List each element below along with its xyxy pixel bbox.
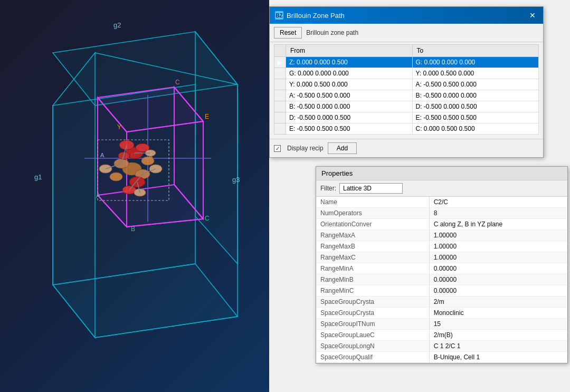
props-table-container: NameC2/CNumOperators8OrientationConverC … <box>316 197 567 363</box>
props-table-row: RangeMaxB1.00000 <box>316 241 567 252</box>
prop-value-cell: Monoclinic <box>429 308 567 319</box>
prop-value-cell: C 1 2/C 1 <box>429 341 567 352</box>
prop-value-cell: 0.00000 <box>429 263 567 274</box>
bzp-toolbar-description: Brillouin zone path <box>306 29 358 36</box>
props-titlebar: Properties <box>316 167 567 180</box>
props-table: NameC2/CNumOperators8OrientationConverC … <box>316 197 567 363</box>
bzp-toolbar: Reset Brillouin zone path <box>270 24 543 42</box>
bzp-table-body: ▶Z: 0.000 0.000 0.500G: 0.000 0.000 0.00… <box>274 57 539 135</box>
bzp-table-row[interactable]: Y: 0.000 0.500 0.000A: -0.500 0.500 0.00… <box>274 79 539 90</box>
props-table-row: SpaceGroupLongNC 1 2/C 1 <box>316 341 567 352</box>
prop-name-cell: RangeMaxC <box>316 252 429 263</box>
props-table-row: SpaceGroupCrystaMonoclinic <box>316 308 567 319</box>
props-table-row: SpaceGroupQualifB-Unique, Cell 1 <box>316 352 567 363</box>
row-to-cell: A: -0.500 0.500 0.000 <box>412 79 539 90</box>
props-filter-label: Filter: <box>320 185 336 192</box>
col-to-header: To <box>412 45 539 57</box>
prop-value-cell: 1.00000 <box>429 230 567 241</box>
prop-value-cell: C along Z, B in YZ plane <box>429 219 567 230</box>
prop-name-cell: SpaceGroupLongN <box>316 341 429 352</box>
row-to-cell: G: 0.000 0.000 0.000 <box>412 57 539 68</box>
row-from-cell: Z: 0.000 0.000 0.500 <box>286 57 413 68</box>
bzp-table-row[interactable]: A: -0.500 0.500 0.000B: -0.500 0.000 0.0… <box>274 90 539 101</box>
prop-name-cell: SpaceGroupITNum <box>316 319 429 330</box>
3d-viewport[interactable]: g2 g1 g3 C Y E A C B A Z O A <box>0 0 269 392</box>
svg-point-32 <box>110 173 122 181</box>
bzp-close-button[interactable]: ✕ <box>527 10 538 21</box>
col-from-header: From <box>286 45 413 57</box>
row-from-cell: D: -0.500 0.000 0.500 <box>286 112 413 123</box>
bzp-reset-button[interactable]: Reset <box>274 27 302 39</box>
bzp-dialog: BZ Brillouin Zone Path ✕ Reset Brillouin… <box>269 6 544 158</box>
svg-point-33 <box>141 157 154 165</box>
prop-value-cell: B-Unique, Cell 1 <box>429 352 567 363</box>
bzp-titlebar: BZ Brillouin Zone Path ✕ <box>270 7 543 24</box>
display-recip-checkbox[interactable]: ✓ <box>274 145 281 152</box>
props-table-row: NameC2/C <box>316 197 567 208</box>
props-dialog: Properties Filter: NameC2/CNumOperators8… <box>316 166 568 364</box>
scene-svg: g2 g1 g3 C Y E A C B A Z O A <box>0 0 269 392</box>
bzp-table: From To ▶Z: 0.000 0.000 0.500G: 0.000 0.… <box>274 44 539 135</box>
bzp-table-container: From To ▶Z: 0.000 0.000 0.500G: 0.000 0.… <box>270 42 543 139</box>
row-arrow-cell: ▶ <box>274 57 286 68</box>
row-arrow-cell <box>274 123 286 135</box>
svg-text:C: C <box>175 79 180 86</box>
bzp-table-row[interactable]: G: 0.000 0.000 0.000Y: 0.000 0.500 0.000 <box>274 68 539 79</box>
row-from-cell: Y: 0.000 0.500 0.000 <box>286 79 413 90</box>
props-table-body: NameC2/CNumOperators8OrientationConverC … <box>316 197 567 363</box>
prop-name-cell: SpaceGroupCrysta <box>316 308 429 319</box>
prop-name-cell: RangeMinA <box>316 263 429 274</box>
row-arrow-cell <box>274 112 286 123</box>
bzp-table-row[interactable]: E: -0.500 0.500 0.500C: 0.000 0.500 0.50… <box>274 123 539 135</box>
bzp-icon: BZ <box>275 11 283 20</box>
prop-value-cell: 0.00000 <box>429 285 567 297</box>
bzp-table-row[interactable]: ▶Z: 0.000 0.000 0.500G: 0.000 0.000 0.00… <box>274 57 539 68</box>
bzp-table-row[interactable]: B: -0.500 0.000 0.000D: -0.500 0.000 0.5… <box>274 101 539 112</box>
svg-text:A: A <box>100 152 104 158</box>
prop-name-cell: OrientationConver <box>316 219 429 230</box>
bzp-table-header: From To <box>274 45 539 57</box>
prop-value-cell: 0.00000 <box>429 274 567 285</box>
svg-text:C: C <box>205 215 210 222</box>
bzp-title: Brillouin Zone Path <box>287 12 345 20</box>
svg-text:g1: g1 <box>34 173 42 181</box>
svg-text:A: A <box>96 192 100 199</box>
bzp-footer: ✓ Display recip Add <box>270 139 543 157</box>
props-table-row: OrientationConverC along Z, B in YZ plan… <box>316 219 567 230</box>
row-from-cell: B: -0.500 0.000 0.000 <box>286 101 413 112</box>
prop-name-cell: RangeMinB <box>316 274 429 285</box>
prop-name-cell: SpaceGroupCrysta <box>316 297 429 308</box>
bzp-add-button[interactable]: Add <box>328 142 357 154</box>
row-from-cell: A: -0.500 0.500 0.000 <box>286 90 413 101</box>
prop-name-cell: SpaceGroupLaueC <box>316 330 429 341</box>
prop-value-cell: 2/m(B) <box>429 330 567 341</box>
props-filter-row: Filter: <box>316 180 567 197</box>
prop-name-cell: NumOperators <box>316 208 429 219</box>
props-title: Properties <box>321 169 353 177</box>
row-arrow-cell <box>274 101 286 112</box>
prop-name-cell: RangeMinC <box>316 285 429 297</box>
prop-name-cell: SpaceGroupQualif <box>316 352 429 363</box>
row-from-cell: G: 0.000 0.000 0.000 <box>286 68 413 79</box>
svg-text:Y: Y <box>117 123 121 131</box>
svg-marker-4 <box>53 53 95 338</box>
prop-name-cell: RangeMaxA <box>316 230 429 241</box>
prop-value-cell: 8 <box>429 208 567 219</box>
row-to-cell: Y: 0.000 0.500 0.000 <box>412 68 539 79</box>
row-to-cell: C: 0.000 0.500 0.500 <box>412 123 539 135</box>
svg-text:g2: g2 <box>113 21 121 29</box>
prop-value-cell: 15 <box>429 319 567 330</box>
props-table-row: RangeMinC0.00000 <box>316 285 567 297</box>
props-table-row: RangeMinA0.00000 <box>316 263 567 274</box>
bzp-titlebar-left: BZ Brillouin Zone Path <box>275 11 345 20</box>
row-to-cell: B: -0.500 0.000 0.000 <box>412 90 539 101</box>
prop-value-cell: 1.00000 <box>429 252 567 263</box>
row-from-cell: E: -0.500 0.500 0.500 <box>286 123 413 135</box>
row-to-cell: D: -0.500 0.000 0.500 <box>412 101 539 112</box>
props-table-row: SpaceGroupCrysta2/m <box>316 297 567 308</box>
props-filter-input[interactable] <box>339 183 403 194</box>
bzp-table-row[interactable]: D: -0.500 0.000 0.500E: -0.500 0.500 0.5… <box>274 112 539 123</box>
svg-text:B: B <box>131 225 135 233</box>
row-to-cell: E: -0.500 0.500 0.500 <box>412 112 539 123</box>
svg-text:E: E <box>205 113 209 120</box>
